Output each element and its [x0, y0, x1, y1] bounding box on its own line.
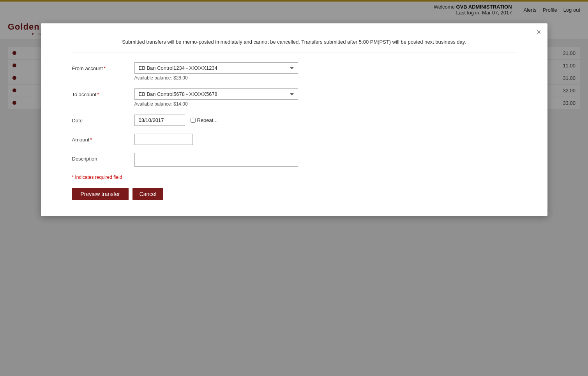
modal-notice: Submitted transfers will be memo-posted … — [72, 35, 516, 53]
date-row: Date Repeat... — [72, 115, 516, 117]
transfer-modal: × Submitted transfers will be memo-poste… — [41, 23, 547, 117]
from-account-row: From account* EB Ban Control1234 - XXXXX… — [72, 62, 516, 81]
modal-overlay: × Submitted transfers will be memo-poste… — [0, 0, 588, 117]
date-input[interactable] — [134, 115, 185, 117]
from-account-select[interactable]: EB Ban Control1234 - XXXXX1234 — [134, 62, 298, 74]
date-label: Date — [72, 115, 134, 117]
to-account-select[interactable]: EB Ban Control5678 - XXXXX5678 — [134, 88, 298, 100]
close-button[interactable]: × — [537, 28, 541, 36]
to-account-field: EB Ban Control5678 - XXXXX5678 Available… — [134, 88, 516, 107]
to-account-label: To account* — [72, 88, 134, 97]
date-field-container: Repeat... — [134, 115, 516, 117]
from-balance: Available balance: $28.00 — [134, 75, 516, 81]
from-account-label: From account* — [72, 62, 134, 71]
to-account-row: To account* EB Ban Control5678 - XXXXX56… — [72, 88, 516, 107]
to-balance: Available balance: $14.00 — [134, 101, 516, 107]
from-account-field: EB Ban Control1234 - XXXXX1234 Available… — [134, 62, 516, 81]
